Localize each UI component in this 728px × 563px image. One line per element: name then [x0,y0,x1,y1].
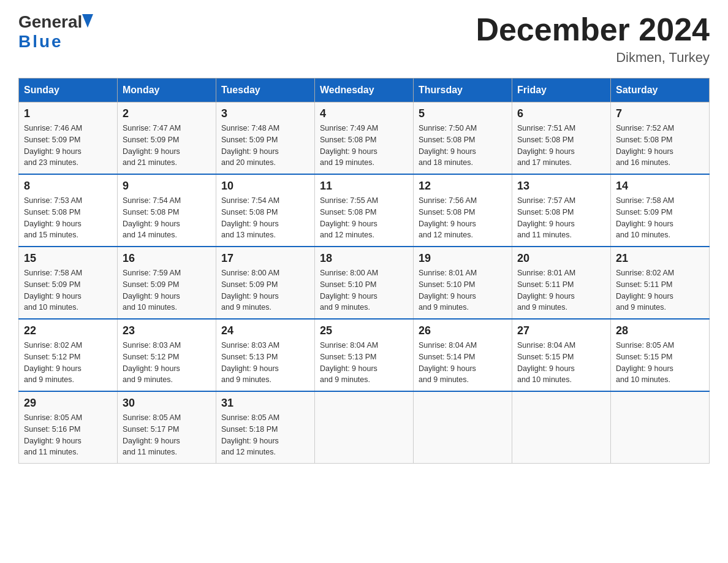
title-area: December 2024 Dikmen, Turkey [476,12,710,66]
calendar-day-header: Tuesday [216,79,315,102]
logo-blue-text: Blue [18,32,63,51]
calendar-day-cell: 30 Sunrise: 8:05 AM Sunset: 5:17 PM Dayl… [118,391,216,464]
day-info: Sunrise: 7:54 AM Sunset: 5:08 PM Dayligh… [221,195,309,241]
day-number: 22 [24,324,112,337]
day-info: Sunrise: 7:58 AM Sunset: 5:09 PM Dayligh… [24,267,112,313]
location-title: Dikmen, Turkey [476,50,710,66]
day-number: 5 [419,107,507,120]
day-number: 17 [221,252,309,265]
calendar-day-cell: 24 Sunrise: 8:03 AM Sunset: 5:13 PM Dayl… [216,319,315,391]
calendar-day-cell: 1 Sunrise: 7:46 AM Sunset: 5:09 PM Dayli… [19,102,118,175]
day-info: Sunrise: 7:50 AM Sunset: 5:08 PM Dayligh… [419,123,507,169]
day-info: Sunrise: 8:01 AM Sunset: 5:10 PM Dayligh… [419,267,507,313]
day-info: Sunrise: 8:02 AM Sunset: 5:12 PM Dayligh… [24,340,112,386]
day-info: Sunrise: 7:59 AM Sunset: 5:09 PM Dayligh… [123,267,211,313]
calendar-day-cell: 14 Sunrise: 7:58 AM Sunset: 5:09 PM Dayl… [611,174,710,247]
day-number: 9 [123,180,211,193]
calendar-day-cell: 19 Sunrise: 8:01 AM Sunset: 5:10 PM Dayl… [414,247,512,319]
day-info: Sunrise: 8:04 AM Sunset: 5:13 PM Dayligh… [320,340,408,386]
day-info: Sunrise: 8:02 AM Sunset: 5:11 PM Dayligh… [616,267,704,313]
calendar-day-cell: 22 Sunrise: 8:02 AM Sunset: 5:12 PM Dayl… [19,319,118,391]
day-info: Sunrise: 8:04 AM Sunset: 5:14 PM Dayligh… [419,340,507,386]
day-info: Sunrise: 8:03 AM Sunset: 5:12 PM Dayligh… [123,340,211,386]
day-number: 29 [24,397,112,410]
calendar-day-header: Thursday [414,79,512,102]
calendar-day-cell: 12 Sunrise: 7:56 AM Sunset: 5:08 PM Dayl… [414,174,512,247]
calendar-day-cell: 27 Sunrise: 8:04 AM Sunset: 5:15 PM Dayl… [512,319,611,391]
day-info: Sunrise: 8:05 AM Sunset: 5:17 PM Dayligh… [123,412,211,458]
calendar-day-cell: 18 Sunrise: 8:00 AM Sunset: 5:10 PM Dayl… [315,247,414,319]
day-number: 27 [517,324,605,337]
calendar-day-header: Monday [118,79,216,102]
day-number: 1 [24,107,112,120]
calendar-day-cell [611,391,710,464]
calendar-week-row: 1 Sunrise: 7:46 AM Sunset: 5:09 PM Dayli… [19,102,710,175]
calendar-day-cell [315,391,414,464]
calendar-header-row: SundayMondayTuesdayWednesdayThursdayFrid… [19,79,710,102]
day-number: 24 [221,324,309,337]
calendar-table: SundayMondayTuesdayWednesdayThursdayFrid… [18,78,710,464]
calendar-week-row: 29 Sunrise: 8:05 AM Sunset: 5:16 PM Dayl… [19,391,710,464]
day-number: 4 [320,107,408,120]
day-info: Sunrise: 8:04 AM Sunset: 5:15 PM Dayligh… [517,340,605,386]
day-info: Sunrise: 7:48 AM Sunset: 5:09 PM Dayligh… [221,123,309,169]
page-header: General Blue December 2024 Dikmen, Turke… [18,12,710,66]
day-info: Sunrise: 7:58 AM Sunset: 5:09 PM Dayligh… [616,195,704,241]
day-info: Sunrise: 7:49 AM Sunset: 5:08 PM Dayligh… [320,123,408,169]
day-number: 30 [123,397,211,410]
calendar-day-header: Friday [512,79,611,102]
calendar-day-cell: 17 Sunrise: 8:00 AM Sunset: 5:09 PM Dayl… [216,247,315,319]
calendar-day-cell: 31 Sunrise: 8:05 AM Sunset: 5:18 PM Dayl… [216,391,315,464]
calendar-day-cell: 5 Sunrise: 7:50 AM Sunset: 5:08 PM Dayli… [414,102,512,175]
day-number: 18 [320,252,408,265]
day-number: 12 [419,180,507,193]
calendar-day-cell [512,391,611,464]
calendar-day-cell: 16 Sunrise: 7:59 AM Sunset: 5:09 PM Dayl… [118,247,216,319]
calendar-day-cell: 23 Sunrise: 8:03 AM Sunset: 5:12 PM Dayl… [118,319,216,391]
day-number: 21 [616,252,704,265]
logo-area: General Blue [18,12,93,52]
day-number: 23 [123,324,211,337]
calendar-week-row: 8 Sunrise: 7:53 AM Sunset: 5:08 PM Dayli… [19,174,710,247]
svg-marker-0 [82,14,93,28]
day-number: 7 [616,107,704,120]
calendar-day-cell [414,391,512,464]
calendar-day-cell: 9 Sunrise: 7:54 AM Sunset: 5:08 PM Dayli… [118,174,216,247]
calendar-day-cell: 7 Sunrise: 7:52 AM Sunset: 5:08 PM Dayli… [611,102,710,175]
calendar-day-cell: 13 Sunrise: 7:57 AM Sunset: 5:08 PM Dayl… [512,174,611,247]
calendar-day-cell: 8 Sunrise: 7:53 AM Sunset: 5:08 PM Dayli… [19,174,118,247]
logo-arrow-icon [82,14,93,28]
day-info: Sunrise: 8:01 AM Sunset: 5:11 PM Dayligh… [517,267,605,313]
day-number: 25 [320,324,408,337]
calendar-day-cell: 20 Sunrise: 8:01 AM Sunset: 5:11 PM Dayl… [512,247,611,319]
day-number: 11 [320,180,408,193]
calendar-day-cell: 3 Sunrise: 7:48 AM Sunset: 5:09 PM Dayli… [216,102,315,175]
calendar-day-cell: 26 Sunrise: 8:04 AM Sunset: 5:14 PM Dayl… [414,319,512,391]
day-number: 3 [221,107,309,120]
day-info: Sunrise: 7:47 AM Sunset: 5:09 PM Dayligh… [123,123,211,169]
day-number: 26 [419,324,507,337]
calendar-day-cell: 21 Sunrise: 8:02 AM Sunset: 5:11 PM Dayl… [611,247,710,319]
day-number: 10 [221,180,309,193]
day-info: Sunrise: 8:05 AM Sunset: 5:15 PM Dayligh… [616,340,704,386]
calendar-week-row: 15 Sunrise: 7:58 AM Sunset: 5:09 PM Dayl… [19,247,710,319]
calendar-day-header: Wednesday [315,79,414,102]
day-info: Sunrise: 7:56 AM Sunset: 5:08 PM Dayligh… [419,195,507,241]
day-info: Sunrise: 7:51 AM Sunset: 5:08 PM Dayligh… [517,123,605,169]
day-number: 14 [616,180,704,193]
day-number: 20 [517,252,605,265]
day-info: Sunrise: 8:03 AM Sunset: 5:13 PM Dayligh… [221,340,309,386]
day-info: Sunrise: 7:55 AM Sunset: 5:08 PM Dayligh… [320,195,408,241]
day-number: 19 [419,252,507,265]
calendar-day-cell: 15 Sunrise: 7:58 AM Sunset: 5:09 PM Dayl… [19,247,118,319]
calendar-day-cell: 10 Sunrise: 7:54 AM Sunset: 5:08 PM Dayl… [216,174,315,247]
calendar-day-header: Sunday [19,79,118,102]
day-number: 13 [517,180,605,193]
calendar-week-row: 22 Sunrise: 8:02 AM Sunset: 5:12 PM Dayl… [19,319,710,391]
month-title: December 2024 [476,12,710,47]
day-number: 15 [24,252,112,265]
day-info: Sunrise: 7:57 AM Sunset: 5:08 PM Dayligh… [517,195,605,241]
calendar-day-cell: 25 Sunrise: 8:04 AM Sunset: 5:13 PM Dayl… [315,319,414,391]
day-number: 16 [123,252,211,265]
day-number: 31 [221,397,309,410]
